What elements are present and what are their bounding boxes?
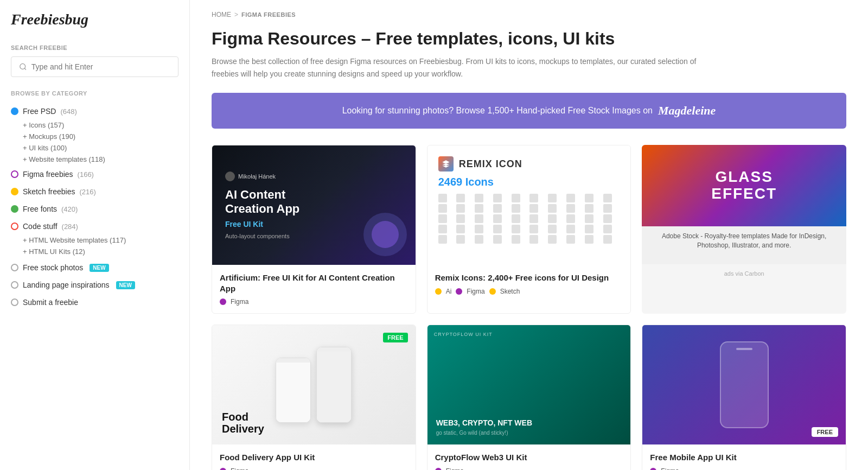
tag-label: Figma [231, 298, 248, 306]
card-image-purple: FREE [642, 325, 846, 444]
promo-banner[interactable]: Looking for stunning photos? Browse 1,50… [212, 93, 846, 129]
sidebar-item-code[interactable]: Code stuff (284) [11, 219, 178, 233]
category-name: Submit a freebie [23, 298, 78, 307]
card-header: Mikołaj Hánek [225, 172, 276, 181]
breadcrumb-home[interactable]: HOME [212, 11, 231, 18]
cards-grid: Mikołaj Hánek AI ContentCreation App Fre… [212, 145, 846, 470]
page-title: Figma Resources – Free templates, icons,… [212, 28, 846, 49]
remix-header: REMIX ICON [438, 156, 620, 172]
sidebar-item-figma[interactable]: Figma freebies (166) [11, 167, 178, 181]
sub-item-icons[interactable]: Icons (157) [23, 119, 178, 131]
page-description: Browse the best collection of free desig… [212, 55, 700, 80]
card-tags: Ai Figma Sketch [435, 288, 623, 295]
category-count: (284) [62, 223, 78, 231]
category-name: Landing page inspirations [23, 281, 110, 289]
search-input[interactable] [31, 62, 170, 71]
sub-item-html-templates[interactable]: HTML Website templates (117) [23, 234, 178, 246]
phone-1 [276, 358, 311, 423]
sidebar-item-landing[interactable]: Landing page inspirations NEW [11, 278, 178, 292]
tag-label: Figma [231, 467, 248, 470]
card-adobe-stock[interactable]: GLASSEFFECT Adobe Stock - Royalty-free t… [642, 145, 846, 314]
card-body-purple: Free Mobile App UI Kit Figma [642, 444, 846, 470]
adobe-ads-footer: ads via Carbon [642, 264, 846, 282]
site-logo[interactable]: Freebiesbug [11, 11, 178, 28]
sub-item-website-templates[interactable]: Website templates (118) [23, 154, 178, 165]
card-img-subtitle: Free UI Kit [225, 220, 263, 228]
sidebar-item-stock-photos[interactable]: Free stock photos NEW [11, 261, 178, 275]
category-count: (648) [60, 107, 76, 116]
sidebar-item-submit[interactable]: Submit a freebie [11, 295, 178, 309]
sub-item-ui-kits[interactable]: UI kits (100) [23, 142, 178, 154]
card-author: Mikołaj Hánek [238, 173, 276, 180]
new-badge: NEW [116, 281, 135, 289]
breadcrumb: HOME > FIGMA FREEBIES [212, 11, 846, 18]
dot-icon [11, 188, 18, 195]
card-title: Remix Icons: 2,400+ Free icons for UI De… [435, 272, 623, 283]
svg-line-1 [24, 68, 26, 70]
adobe-thumb: GLASSEFFECT [642, 145, 846, 226]
sidebar: Freebiesbug SEARCH FREEBIE BROWSE BY CAT… [0, 0, 190, 470]
dot-icon [11, 264, 18, 271]
remix-title: REMIX ICON [459, 158, 522, 170]
remix-logo [438, 156, 454, 172]
category-name: Free stock photos [23, 263, 83, 272]
card-image-adobe: GLASSEFFECT Adobe Stock - Royalty-free t… [642, 145, 846, 264]
category-name: Free PSD [23, 107, 56, 116]
tag-label: Figma [446, 467, 464, 470]
tag-dot-figma [456, 288, 462, 295]
svg-point-0 [20, 63, 25, 69]
category-count: (166) [78, 170, 94, 179]
dot-icon [11, 281, 18, 289]
browse-label: BROWSE BY CATEGORY [11, 90, 178, 97]
crypto-sub-text: go static, Go wild (and sticky!) [436, 430, 508, 436]
card-image-food: FREE FoodDelivery [212, 325, 416, 444]
category-count: (420) [61, 205, 78, 213]
crypto-main-text: WEB3, CRYPTO, NFT WEB [436, 418, 532, 428]
breadcrumb-separator: > [234, 11, 238, 18]
sidebar-item-sketch[interactable]: Sketch freebies (216) [11, 185, 178, 199]
card-img-tag: Auto-layout components [225, 233, 290, 239]
remix-count: 2469 Icons [438, 176, 620, 188]
remix-icons-preview [438, 194, 620, 244]
tag-dot-ai [435, 288, 442, 295]
tag-dot [650, 468, 656, 470]
card-ai-ui-kit[interactable]: Mikołaj Hánek AI ContentCreation App Fre… [212, 145, 416, 314]
category-name: Sketch freebies [23, 187, 75, 196]
category-count: (216) [80, 188, 96, 196]
crypto-kit-label: CRYPTOFLOW UI KIT [434, 332, 493, 337]
dot-icon [11, 223, 18, 230]
sidebar-item-free-psd[interactable]: Free PSD (648) [11, 104, 178, 118]
card-remix-icons[interactable]: REMIX ICON 2469 Icons Remix Icons: 2,400… [427, 145, 631, 314]
card-body-crypto: CryptoFlow Web3 UI Kit Figma [427, 444, 631, 470]
promo-brand: Magdeleine [658, 104, 716, 118]
tag-label: Figma [661, 467, 679, 470]
card-image-remix: REMIX ICON 2469 Icons [427, 145, 631, 265]
sub-item-html-ui-kits[interactable]: HTML UI Kits (12) [23, 246, 178, 257]
tag-label-figma: Figma [467, 288, 484, 295]
category-list: Free PSD (648) Icons (157) Mockups (190)… [11, 104, 178, 309]
card-purple-free[interactable]: FREE Free Mobile App UI Kit Figma [642, 325, 846, 470]
sub-item-mockups[interactable]: Mockups (190) [23, 131, 178, 142]
tag-dot [220, 468, 226, 470]
card-image-crypto: CRYPTOFLOW UI KIT WEB3, CRYPTO, NFT WEB … [427, 325, 631, 444]
card-body-remix: Remix Icons: 2,400+ Free icons for UI De… [427, 265, 631, 303]
psd-sub-items: Icons (157) Mockups (190) UI kits (100) … [11, 119, 178, 165]
adobe-desc: Adobe Stock - Royalty-free templates Mad… [662, 232, 826, 249]
card-title: Artificium: Free UI Kit for AI Content C… [220, 272, 408, 294]
food-phones [276, 347, 352, 423]
card-tags: Figma [650, 467, 838, 470]
tag-dot-sketch [489, 288, 496, 295]
phone-notch [736, 348, 752, 350]
dot-icon [11, 107, 18, 115]
card-title: Food Delivery App UI Kit [220, 452, 408, 463]
card-body-ai: Artificium: Free UI Kit for AI Content C… [212, 265, 416, 313]
sidebar-item-fonts[interactable]: Free fonts (420) [11, 202, 178, 216]
category-name: Free fonts [23, 205, 57, 213]
card-title: Free Mobile App UI Kit [650, 452, 838, 463]
tag-dot [435, 468, 442, 470]
breadcrumb-current: FIGMA FREEBIES [241, 11, 296, 18]
card-food-delivery[interactable]: FREE FoodDelivery Food Delivery App UI K… [212, 325, 416, 470]
search-box [11, 56, 178, 77]
card-cryptoflow[interactable]: CRYPTOFLOW UI KIT WEB3, CRYPTO, NFT WEB … [427, 325, 631, 470]
tag-dot [220, 298, 226, 305]
